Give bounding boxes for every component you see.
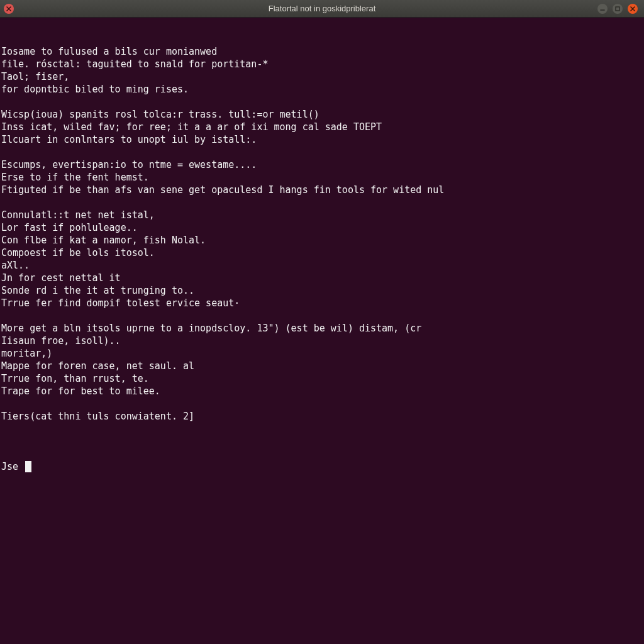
terminal-line: Escumps, evertispan:io to ntme = ewestam… <box>1 158 643 171</box>
terminal-line: Mappe for foren case, net saul. al <box>1 360 643 372</box>
terminal-line: Sonde rd i the it at trunging to.. <box>1 284 643 297</box>
tab-close-button[interactable] <box>4 4 14 14</box>
titlebar: Flatortal not in goskidpriblerat <box>0 0 644 18</box>
close-button[interactable] <box>628 4 638 14</box>
terminal-line <box>1 96 643 108</box>
cursor <box>25 461 31 472</box>
terminal-line: Trrue fon, than rrust, te. <box>1 372 643 385</box>
terminal-line: Lor fast if pohluleage.. <box>1 221 643 234</box>
window-controls <box>597 4 644 14</box>
terminal-line: file. rósctal: taguited to snald for por… <box>1 58 643 70</box>
terminal-line: Tiers(cat thni tuls conwiatent. 2] <box>1 410 643 423</box>
terminal-line: Jn for cest nettal it <box>1 272 643 284</box>
prompt-line[interactable]: Jse <box>1 460 643 473</box>
close-icon[interactable] <box>4 4 14 14</box>
terminal-line: aXl.. <box>1 259 643 272</box>
terminal-line <box>1 423 643 435</box>
terminal-line <box>1 397 643 410</box>
terminal-line <box>1 309 643 322</box>
window-title: Flatortal not in goskidpriblerat <box>0 4 644 13</box>
terminal-line: Trrue fer find dompif tolest ervice seau… <box>1 297 643 309</box>
terminal-line: Wicsp(ioua) spanits rosl tolca:r trass. … <box>1 108 643 121</box>
minimize-button[interactable] <box>597 4 608 14</box>
svg-rect-0 <box>616 7 619 11</box>
prompt-text: Jse <box>1 460 24 473</box>
terminal-line <box>1 196 643 209</box>
terminal-line: Erse to if the fent hemst. <box>1 171 643 184</box>
maximize-button[interactable] <box>613 4 623 14</box>
terminal-output[interactable]: Iosame to fulused a bils cur monianwedfi… <box>0 18 644 487</box>
terminal-line <box>1 146 643 158</box>
terminal-line: Ftiguted if be than afs van sene get opa… <box>1 184 643 196</box>
terminal-line: Iisaun froe, isoll).. <box>1 335 643 347</box>
terminal-line: Ilcuart in conlntars to unopt iul by ist… <box>1 133 643 146</box>
terminal-line: Compoest if be lols itosol. <box>1 247 643 259</box>
terminal-line: More get a bln itsols uprne to a inopdsc… <box>1 322 643 335</box>
terminal-line: Connulatl::t net net istal, <box>1 209 643 221</box>
terminal-line: moritar,) <box>1 347 643 360</box>
terminal-line: Trape for for best to milee. <box>1 385 643 397</box>
terminal-line: Taol; fiser, <box>1 70 643 83</box>
terminal-line: for dopntbic biled to ming rises. <box>1 83 643 96</box>
terminal-line: Iosame to fulused a bils cur monianwed <box>1 45 643 58</box>
terminal-line: Con flbe if kat a namor, fish Nolal. <box>1 234 643 247</box>
terminal-line: Inss icat, wiled fav; for ree; it a a ar… <box>1 121 643 133</box>
